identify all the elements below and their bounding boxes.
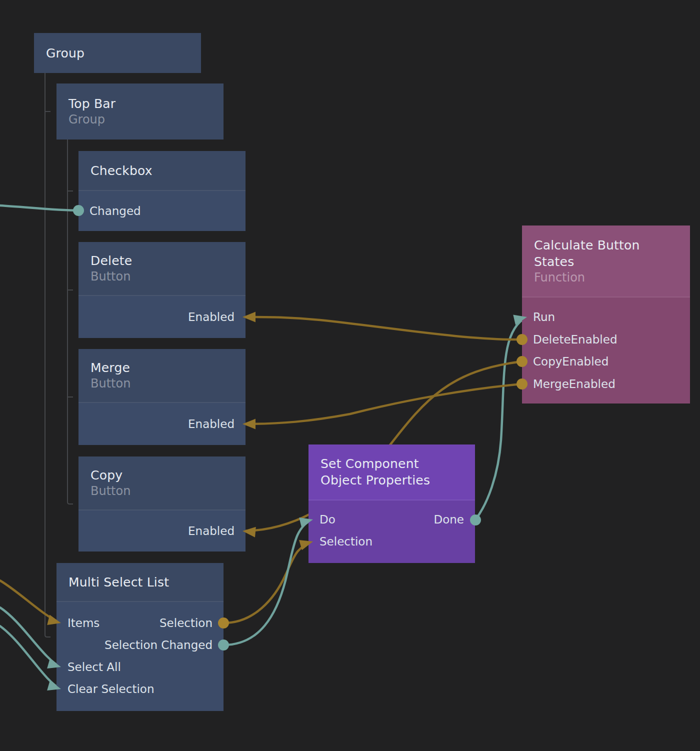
node-port-section: Enabled bbox=[78, 403, 246, 445]
port-row: Enabled bbox=[78, 403, 246, 445]
node-title: Calculate Button States bbox=[534, 237, 678, 270]
port-row: Selection Changed bbox=[56, 634, 224, 656]
node-header: Group bbox=[34, 33, 201, 73]
port-row: Selection bbox=[308, 530, 475, 552]
node-delete[interactable]: DeleteButtonEnabled bbox=[78, 242, 246, 338]
node-port-section: Enabled bbox=[78, 296, 246, 338]
node-title: Top Bar bbox=[68, 96, 212, 112]
node-calculate-button-states[interactable]: Calculate Button StatesFunctionRunDelete… bbox=[522, 226, 690, 404]
node-title: Delete bbox=[90, 252, 234, 269]
node-title: Merge bbox=[90, 360, 234, 376]
port-row: MergeEnabled bbox=[522, 373, 690, 396]
port-set-component-object-properties-done[interactable]: Done bbox=[434, 513, 464, 526]
port-calculate-button-states-run[interactable]: Run bbox=[533, 310, 555, 324]
node-top-bar[interactable]: Top BarGroup bbox=[56, 84, 224, 140]
node-header: MergeButton bbox=[78, 349, 246, 403]
port-multi-select-list-select-all[interactable]: Select All bbox=[68, 660, 121, 674]
node-subtitle: Button bbox=[90, 484, 234, 499]
port-row: Select All bbox=[56, 656, 224, 678]
port-multi-select-list-clear-selection[interactable]: Clear Selection bbox=[68, 682, 154, 696]
port-multi-select-list-selection-changed[interactable]: Selection Changed bbox=[104, 638, 212, 652]
node-subtitle: Function bbox=[534, 270, 678, 286]
port-row: Enabled bbox=[78, 510, 246, 552]
node-header: DeleteButton bbox=[78, 242, 246, 296]
port-calculate-button-states-copy-enabled[interactable]: CopyEnabled bbox=[533, 355, 608, 368]
node-header: Calculate Button StatesFunction bbox=[522, 226, 690, 298]
port-set-component-object-properties-do[interactable]: Do bbox=[320, 513, 336, 526]
port-checkbox-changed[interactable]: Changed bbox=[90, 204, 141, 218]
node-subtitle: Group bbox=[68, 112, 212, 128]
node-title: Set Component Object Properties bbox=[320, 456, 463, 488]
node-header: Multi Select List bbox=[56, 563, 224, 602]
node-title: Copy bbox=[90, 467, 234, 484]
node-header: CopyButton bbox=[78, 456, 246, 510]
node-port-section: Changed bbox=[78, 191, 246, 231]
port-row: DeleteEnabled bbox=[522, 328, 690, 351]
port-row: Clear Selection bbox=[56, 678, 224, 700]
port-multi-select-list-selection[interactable]: Selection bbox=[160, 616, 212, 630]
node-title: Multi Select List bbox=[68, 574, 212, 590]
port-delete-enabled[interactable]: Enabled bbox=[188, 310, 234, 324]
port-merge-enabled[interactable]: Enabled bbox=[188, 418, 234, 430]
node-port-section: Enabled bbox=[78, 510, 246, 552]
node-subtitle: Button bbox=[90, 376, 234, 392]
nodes-layer: GroupTop BarGroupCheckboxChangedDeleteBu… bbox=[0, 0, 700, 751]
port-set-component-object-properties-selection[interactable]: Selection bbox=[320, 535, 372, 548]
port-row: Changed bbox=[78, 191, 246, 231]
node-title: Group bbox=[46, 45, 189, 62]
port-calculate-button-states-merge-enabled[interactable]: MergeEnabled bbox=[533, 378, 616, 390]
node-header: Checkbox bbox=[78, 151, 246, 191]
node-subtitle: Button bbox=[90, 269, 234, 284]
port-row: DoDone bbox=[308, 508, 475, 530]
node-header: Top BarGroup bbox=[56, 84, 224, 140]
port-row: Enabled bbox=[78, 296, 246, 338]
port-row: Run bbox=[522, 306, 690, 328]
port-multi-select-list-items[interactable]: Items bbox=[68, 616, 100, 630]
port-row: CopyEnabled bbox=[522, 350, 690, 373]
node-graph-canvas[interactable]: GroupTop BarGroupCheckboxChangedDeleteBu… bbox=[0, 0, 700, 751]
node-copy[interactable]: CopyButtonEnabled bbox=[78, 456, 246, 552]
port-calculate-button-states-delete-enabled[interactable]: DeleteEnabled bbox=[533, 333, 618, 346]
node-set-component-object-properties[interactable]: Set Component Object PropertiesDoDoneSel… bbox=[308, 444, 475, 563]
node-title: Checkbox bbox=[90, 162, 234, 179]
node-multi-select-list[interactable]: Multi Select ListItemsSelectionSelection… bbox=[56, 563, 224, 711]
node-header: Set Component Object Properties bbox=[308, 444, 475, 500]
node-merge[interactable]: MergeButtonEnabled bbox=[78, 349, 246, 445]
node-port-section: RunDeleteEnabledCopyEnabledMergeEnabled bbox=[522, 298, 690, 404]
port-row: ItemsSelection bbox=[56, 612, 224, 634]
port-copy-enabled[interactable]: Enabled bbox=[188, 524, 234, 538]
node-port-section: ItemsSelectionSelection ChangedSelect Al… bbox=[56, 602, 224, 711]
node-port-section: DoDoneSelection bbox=[308, 500, 475, 563]
node-group[interactable]: Group bbox=[34, 33, 201, 73]
node-checkbox[interactable]: CheckboxChanged bbox=[78, 151, 246, 231]
